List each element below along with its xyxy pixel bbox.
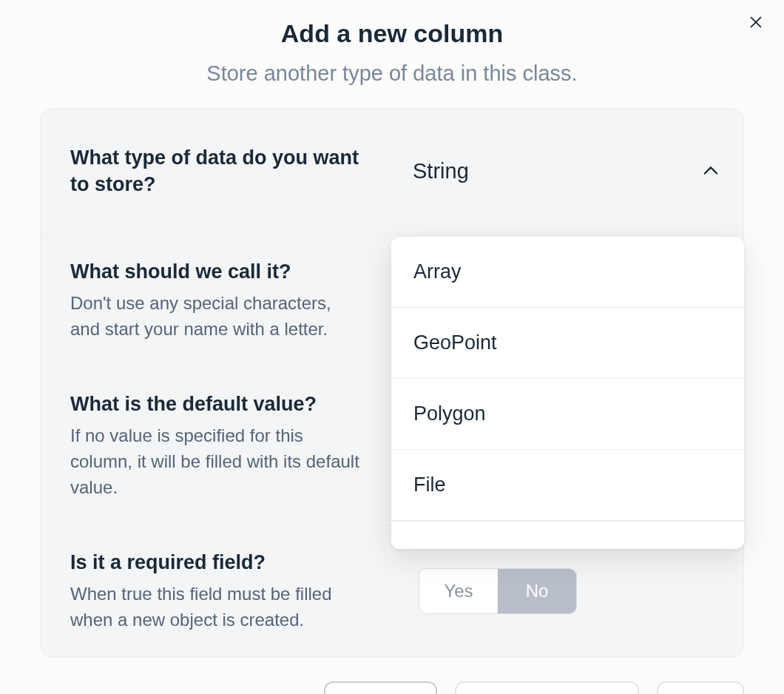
cancel-button[interactable]: Cancel <box>324 681 437 694</box>
row-column-name-title: What should we call it? <box>70 258 362 285</box>
dialog-header: Add a new column Store another type of d… <box>0 0 784 108</box>
data-type-select[interactable]: String <box>413 109 723 234</box>
dialog-title: Add a new column <box>0 19 784 48</box>
dropdown-item-file[interactable]: File <box>391 450 744 521</box>
dropdown-item-array[interactable]: Array <box>391 237 744 308</box>
row-column-name-desc: Don't use any special characters, and st… <box>70 291 362 343</box>
row-data-type-control: String <box>392 109 743 234</box>
dropdown-item-geopoint[interactable]: GeoPoint <box>391 308 744 379</box>
required-no-button[interactable]: No <box>498 569 576 613</box>
add-button[interactable]: Add <box>657 681 744 694</box>
data-type-dropdown: Array GeoPoint Polygon File <box>391 237 744 549</box>
chevron-up-icon <box>699 159 723 183</box>
dropdown-item-polygon[interactable]: Polygon <box>391 379 744 450</box>
row-column-name-label: What should we call it? Don't use any sp… <box>41 235 392 366</box>
dialog-footer: Cancel Add & continue Add <box>0 658 784 694</box>
row-default-value-label: What is the default value? If no value i… <box>41 367 392 525</box>
row-required-title: Is it a required field? <box>70 549 362 576</box>
row-data-type-title: What type of data do you want to store? <box>70 144 362 198</box>
row-data-type: What type of data do you want to store? … <box>41 109 743 235</box>
row-default-value-desc: If no value is specified for this column… <box>70 423 362 500</box>
close-button[interactable] <box>744 10 768 34</box>
dropdown-more-indicator <box>391 521 744 549</box>
row-required-label: Is it a required field? When true this f… <box>41 525 392 657</box>
data-type-selected-value: String <box>413 159 699 183</box>
row-required-desc: When true this field must be filled when… <box>70 582 362 633</box>
row-data-type-label: What type of data do you want to store? <box>41 109 392 234</box>
add-continue-button[interactable]: Add & continue <box>455 681 638 694</box>
close-icon <box>748 14 764 30</box>
required-yes-button[interactable]: Yes <box>419 569 498 613</box>
row-default-value-title: What is the default value? <box>70 391 362 417</box>
required-toggle: Yes No <box>419 568 577 614</box>
dialog-subtitle: Store another type of data in this class… <box>0 61 784 86</box>
